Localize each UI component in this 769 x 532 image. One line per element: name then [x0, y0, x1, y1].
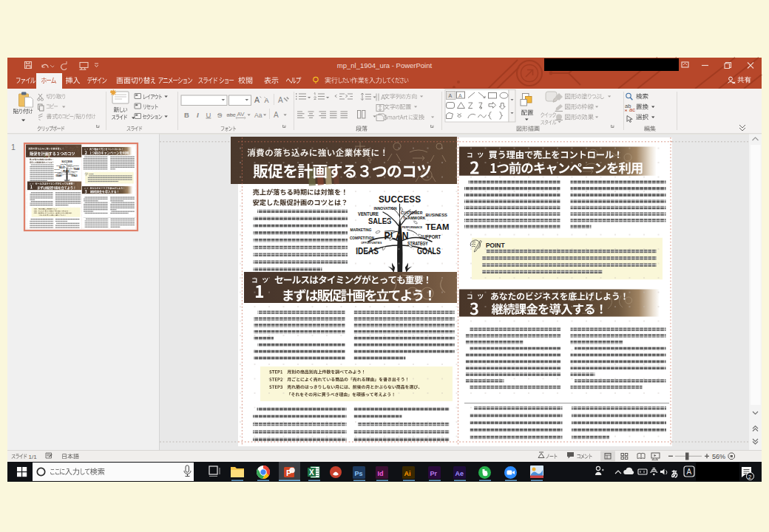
svg-text:X: X [309, 468, 314, 477]
svg-text:Ps: Ps [355, 470, 363, 477]
svg-text:B: B [184, 111, 189, 119]
svg-text:I: I [197, 111, 199, 119]
svg-text:A: A [449, 93, 453, 98]
svg-text:Id: Id [378, 470, 384, 477]
svg-text:2: 2 [748, 474, 751, 480]
svg-text:Ae: Ae [455, 470, 464, 477]
svg-text:A: A [274, 111, 279, 119]
svg-text:1: 1 [11, 143, 16, 151]
svg-text:56%: 56% [712, 453, 725, 460]
svg-text:A: A [278, 96, 283, 104]
svg-text:AV: AV [237, 111, 245, 117]
svg-text:Ai: Ai [404, 470, 411, 477]
svg-text:ac: ac [629, 106, 635, 113]
svg-text:S: S [217, 111, 222, 119]
svg-text:Pr: Pr [430, 470, 438, 477]
svg-text:A: A [458, 93, 462, 98]
svg-text:P: P [286, 468, 291, 477]
svg-text:abc: abc [227, 112, 236, 118]
svg-text:U: U [206, 111, 211, 119]
svg-text:1/1: 1/1 [29, 454, 38, 460]
svg-text:Aa: Aa [254, 112, 262, 119]
svg-text:A: A [687, 468, 692, 476]
svg-text:mp_nl_1904_ura - PowerPoint: mp_nl_1904_ura - PowerPoint [337, 61, 433, 69]
